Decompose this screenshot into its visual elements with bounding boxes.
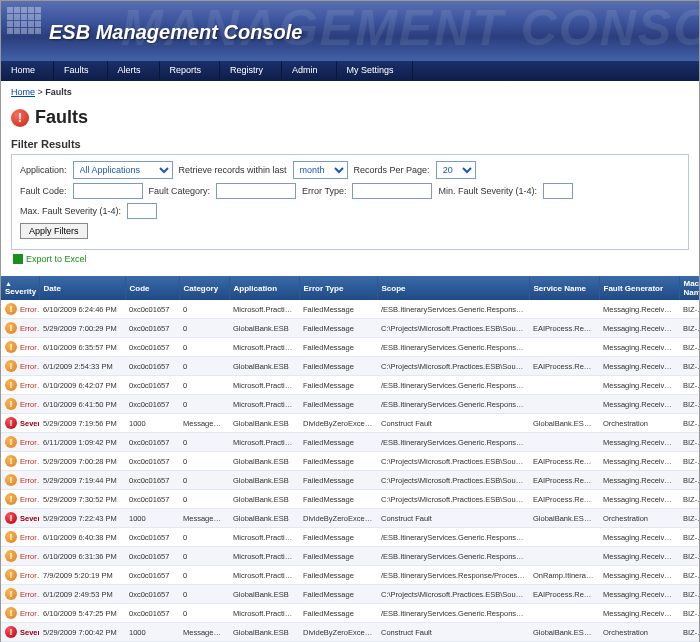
- cell-scope: /ESB.ItineraryServices.Generic.Response.…: [377, 528, 529, 547]
- nav-item-reports[interactable]: Reports: [160, 61, 221, 81]
- export-to-excel-link[interactable]: Export to Excel: [11, 250, 89, 268]
- cell-date: 6/10/2009 6:24:46 PM: [39, 300, 125, 319]
- banner: MANAGEMENT CONSO ESB Management Console: [1, 1, 699, 61]
- table-row[interactable]: !Error7/9/2009 5:20:19 PM0xc0c016570Micr…: [1, 566, 700, 585]
- cell-code: 0xc0c01657: [125, 452, 179, 471]
- breadcrumb-current: Faults: [45, 87, 72, 97]
- cell-servicename: OnRamp.Itinerary.Response.SOAP: [529, 566, 599, 585]
- cell-servicename: EAIProcess.RequestPort_FILE: [529, 471, 599, 490]
- cell-scope: C:\Projects\Microsoft.Practices.ESB\Sour…: [377, 357, 529, 376]
- col-machine[interactable]: Machine Name: [679, 276, 700, 300]
- maxsev-input[interactable]: [127, 203, 157, 219]
- cell-category: 0: [179, 566, 229, 585]
- cell-errortype: DivideByZeroException: [299, 414, 377, 433]
- table-row[interactable]: !Error6/10/2009 6:42:07 PM0xc0c016570Mic…: [1, 376, 700, 395]
- severity-label: Error: [20, 590, 37, 599]
- cell-servicename: GlobalBank.ESB.ExceptionHandling.Process…: [529, 414, 599, 433]
- col-category[interactable]: Category: [179, 276, 229, 300]
- cell-faultgen: Messaging.ReceiveLocation: [599, 319, 679, 338]
- col-faultgen[interactable]: Fault Generator: [599, 276, 679, 300]
- cell-date: 6/10/2009 5:47:25 PM: [39, 604, 125, 623]
- faultcode-input[interactable]: [73, 183, 143, 199]
- error-icon: !: [5, 569, 17, 581]
- nav-item-my-settings[interactable]: My Settings: [337, 61, 413, 81]
- table-row[interactable]: !Error5/29/2009 7:30:52 PM0xc0c016570Glo…: [1, 490, 700, 509]
- cell-category: MessageBuild: [179, 414, 229, 433]
- nav-item-home[interactable]: Home: [1, 61, 54, 81]
- sort-asc-icon: ▲: [5, 280, 35, 287]
- cell-application: Microsoft.Practices.ESB: [229, 300, 299, 319]
- table-row[interactable]: !Error6/10/2009 6:40:38 PM0xc0c016570Mic…: [1, 528, 700, 547]
- cell-application: Microsoft.Practices.ESB: [229, 547, 299, 566]
- nav-item-admin[interactable]: Admin: [282, 61, 337, 81]
- faultcat-input[interactable]: [216, 183, 296, 199]
- cell-scope: Construct Fault: [377, 623, 529, 642]
- table-row[interactable]: !Error6/1/2009 2:54:33 PM0xc0c016570Glob…: [1, 357, 700, 376]
- nav-item-faults[interactable]: Faults: [54, 61, 108, 81]
- table-row[interactable]: !Error6/10/2009 6:41:50 PM0xc0c016570Mic…: [1, 395, 700, 414]
- errtype-input[interactable]: [352, 183, 432, 199]
- timeframe-select[interactable]: month: [293, 161, 348, 179]
- cell-errortype: FailedMessage: [299, 300, 377, 319]
- error-icon: !: [5, 607, 17, 619]
- table-row[interactable]: !Severe5/29/2009 7:00:42 PM1000MessageBu…: [1, 623, 700, 642]
- col-servicename[interactable]: Service Name: [529, 276, 599, 300]
- error-icon: !: [5, 474, 17, 486]
- col-application[interactable]: Application: [229, 276, 299, 300]
- filter-heading: Filter Results: [11, 138, 689, 150]
- cell-faultgen: Messaging.ReceiveLocation: [599, 376, 679, 395]
- cell-code: 1000: [125, 623, 179, 642]
- perpage-select[interactable]: 20: [436, 161, 476, 179]
- table-row[interactable]: !Error6/10/2009 6:31:36 PM0xc0c016570Mic…: [1, 547, 700, 566]
- page-title-row: ! Faults: [1, 103, 699, 136]
- cell-faultgen: Messaging.ReceiveLocation: [599, 585, 679, 604]
- cell-faultgen: Messaging.ReceiveLocation: [599, 471, 679, 490]
- cell-scope: C:\Projects\Microsoft.Practices.ESB\Sour…: [377, 490, 529, 509]
- col-errortype[interactable]: Error Type: [299, 276, 377, 300]
- table-row[interactable]: !Error5/29/2009 7:19:44 PM0xc0c016570Glo…: [1, 471, 700, 490]
- col-code[interactable]: Code: [125, 276, 179, 300]
- cell-code: 0xc0c01657: [125, 376, 179, 395]
- col-severity[interactable]: ▲Severity: [1, 276, 39, 300]
- table-row[interactable]: !Error6/10/2009 6:35:57 PM0xc0c016570Mic…: [1, 338, 700, 357]
- table-row[interactable]: !Error5/29/2009 7:00:29 PM0xc0c016570Glo…: [1, 319, 700, 338]
- label-application: Application:: [20, 165, 67, 175]
- cell-servicename: EAIProcess.RequestPort_FILE: [529, 319, 599, 338]
- table-row[interactable]: !Error6/1/2009 2:49:53 PM0xc0c016570Glob…: [1, 585, 700, 604]
- table-row[interactable]: !Error6/11/2009 1:09:42 PM0xc0c016570Mic…: [1, 433, 700, 452]
- breadcrumb-home[interactable]: Home: [11, 87, 35, 97]
- cell-machine: BIZ-2K8-01: [679, 566, 700, 585]
- table-row[interactable]: !Severe5/29/2009 7:19:56 PM1000MessageBu…: [1, 414, 700, 433]
- col-date[interactable]: Date: [39, 276, 125, 300]
- table-row[interactable]: !Error5/29/2009 7:00:28 PM0xc0c016570Glo…: [1, 452, 700, 471]
- apply-filters-button[interactable]: Apply Filters: [20, 223, 88, 239]
- cell-scope: /ESB.ItineraryServices.Generic.Response.…: [377, 300, 529, 319]
- severity-label: Error: [20, 305, 37, 314]
- application-select[interactable]: All Applications: [73, 161, 173, 179]
- error-icon: !: [5, 379, 17, 391]
- severity-label: Error: [20, 457, 37, 466]
- logo-blocks: [7, 7, 41, 34]
- cell-date: 5/29/2009 7:19:56 PM: [39, 414, 125, 433]
- cell-application: GlobalBank.ESB: [229, 509, 299, 528]
- app-title: ESB Management Console: [49, 21, 302, 44]
- cell-scope: /ESB.ItineraryServices.Generic.Response.…: [377, 376, 529, 395]
- severity-label: Error: [20, 609, 37, 618]
- error-icon: !: [5, 322, 17, 334]
- cell-faultgen: Messaging.ReceiveLocation: [599, 300, 679, 319]
- label-faultcode: Fault Code:: [20, 186, 67, 196]
- cell-application: Microsoft.Practices.ESB: [229, 566, 299, 585]
- nav-item-registry[interactable]: Registry: [220, 61, 282, 81]
- cell-servicename: EAIProcess.RequestPort_FILE: [529, 357, 599, 376]
- cell-servicename: [529, 604, 599, 623]
- cell-application: GlobalBank.ESB: [229, 452, 299, 471]
- table-row[interactable]: !Error6/10/2009 6:24:46 PM0xc0c016570Mic…: [1, 300, 700, 319]
- table-row[interactable]: !Error6/10/2009 5:47:25 PM0xc0c016570Mic…: [1, 604, 700, 623]
- nav-item-alerts[interactable]: Alerts: [108, 61, 160, 81]
- error-icon: !: [5, 531, 17, 543]
- minsev-input[interactable]: [543, 183, 573, 199]
- col-scope[interactable]: Scope: [377, 276, 529, 300]
- cell-date: 5/29/2009 7:00:42 PM: [39, 623, 125, 642]
- severity-label: Error: [20, 381, 37, 390]
- table-row[interactable]: !Severe5/29/2009 7:22:43 PM1000MessageBu…: [1, 509, 700, 528]
